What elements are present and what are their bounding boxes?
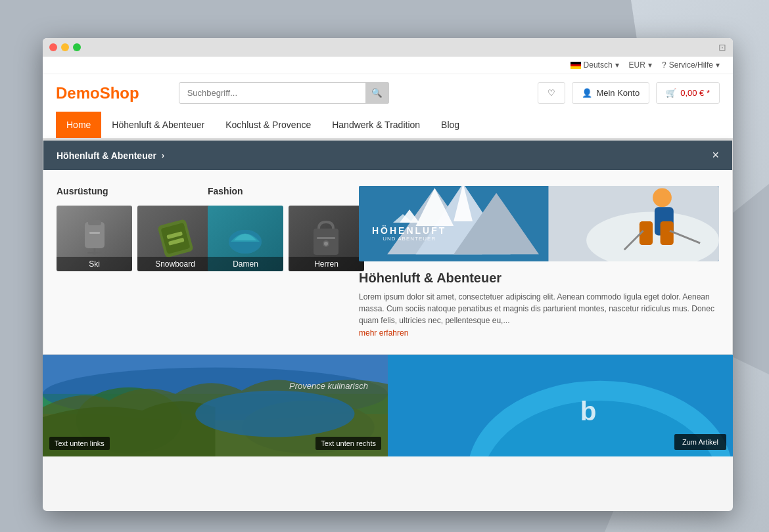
language-chevron-icon: ▾ [615, 60, 619, 70]
svg-rect-12 [317, 237, 335, 239]
zum-artikel-button[interactable]: Zum Artikel [674, 434, 726, 450]
search-icon: 🔍 [371, 88, 383, 98]
nav-item-blog[interactable]: Blog [431, 112, 470, 138]
page-content: Provence kulinarisch Text unten links Te… [43, 355, 733, 456]
promo-mountain-icon [393, 206, 426, 223]
mega-menu: Höhenluft & Abenteuer › × Ausrüstung [43, 140, 733, 355]
browser-window: ⊡ Deutsch ▾ EUR ▾ ? Service/Hilfe ▾ [43, 38, 733, 511]
search-button[interactable]: 🔍 [365, 82, 389, 104]
overlay-text-right: Text unten rechts [315, 437, 381, 450]
main-nav: Home Höhenluft & Abenteuer Kochlust & Pr… [43, 112, 733, 139]
logo-black: Demo [56, 84, 100, 102]
minimize-button[interactable] [61, 43, 69, 51]
category-fashion-title: Fashion [208, 186, 339, 196]
cart-price: 0,00 € * [680, 88, 710, 98]
svg-rect-27 [661, 221, 674, 245]
titlebar: ⊡ [43, 38, 733, 56]
mega-menu-chevron-icon: › [162, 151, 164, 160]
mega-menu-content: Ausrüstung [43, 170, 732, 354]
mega-menu-close-button[interactable]: × [712, 148, 719, 162]
flag-de-icon [571, 62, 581, 69]
svg-rect-1 [88, 220, 101, 225]
mega-menu-title: Höhenluft & Abenteuer › [57, 150, 164, 161]
svg-rect-0 [85, 222, 105, 248]
svg-point-14 [324, 242, 328, 246]
logo[interactable]: DemoShop [56, 84, 139, 102]
service-chevron-icon: ▾ [716, 60, 720, 70]
account-label: Mein Konto [596, 88, 640, 98]
search-bar: 🔍 [179, 82, 389, 104]
promo-heading: Höhenluft & Abenteuer [359, 271, 719, 286]
nav-item-kochlust[interactable]: Kochlust & Provence [215, 112, 321, 138]
currency-selector[interactable]: EUR ▾ [629, 60, 652, 70]
svg-text:b: b [580, 396, 597, 426]
bag-herren-icon [308, 219, 344, 258]
nav-item-handwerk[interactable]: Handwerk & Tradition [321, 112, 431, 138]
card-snowboard[interactable]: Snowboard [137, 206, 213, 271]
promo-link[interactable]: mehr erfahren [359, 328, 408, 338]
logo-orange: Shop [100, 84, 139, 102]
category-ausruestung-title: Ausrüstung [57, 186, 188, 196]
window-control-right: ⊡ [718, 42, 726, 53]
language-label: Deutsch [584, 60, 613, 70]
user-icon: 👤 [582, 88, 592, 98]
mega-menu-header: Höhenluft & Abenteuer › × [43, 141, 732, 170]
traffic-lights [49, 43, 81, 51]
card-damen-label: Damen [208, 257, 283, 271]
nav-item-hoehenluft[interactable]: Höhenluft & Abenteuer [101, 112, 215, 138]
currency-label: EUR [629, 60, 645, 70]
card-ski-label: Ski [57, 257, 132, 271]
close-button[interactable] [49, 43, 57, 51]
currency-chevron-icon: ▾ [648, 60, 652, 70]
question-icon: ? [662, 60, 666, 70]
category-fashion-grid: Damen [208, 206, 339, 271]
category-fashion: Fashion Damen [208, 186, 339, 338]
landscape-image: Provence kulinarisch Text unten links Te… [43, 355, 388, 456]
service-link[interactable]: ? Service/Hilfe ▾ [662, 60, 720, 70]
promo-logo-title: HÖHENLUFT [372, 225, 446, 236]
card-ski[interactable]: Ski [57, 206, 132, 271]
svg-rect-2 [89, 232, 100, 234]
card-herren[interactable]: Herren [289, 206, 364, 271]
header-actions: ♡ 👤 Mein Konto 🛒 0,00 € * [538, 82, 720, 104]
blue-hat-image: b Zum Artikel [388, 355, 733, 456]
account-button[interactable]: 👤 Mein Konto [572, 82, 649, 104]
svg-point-24 [653, 188, 672, 207]
hat-damen-icon [227, 222, 264, 255]
cart-icon: 🛒 [666, 88, 676, 98]
promo-logo: HÖHENLUFT UND ABENTEUER [372, 206, 446, 242]
landscape-text-bottom: Text unten links Text unten rechts [43, 449, 388, 456]
search-input[interactable] [179, 82, 389, 104]
shop-header: Deutsch ▾ EUR ▾ ? Service/Hilfe ▾ DemoSh… [43, 56, 733, 140]
content-left: Provence kulinarisch Text unten links Te… [43, 355, 388, 456]
language-selector[interactable]: Deutsch ▾ [571, 60, 619, 70]
top-bar: Deutsch ▾ EUR ▾ ? Service/Hilfe ▾ [43, 56, 733, 74]
fullscreen-button[interactable] [73, 43, 81, 51]
promo-logo-sub: UND ABENTEUER [372, 236, 446, 242]
menu-promo: HÖHENLUFT UND ABENTEUER Höhenluft & Aben… [359, 186, 719, 338]
svg-point-38 [195, 391, 354, 437]
promo-text: Lorem ipsum dolor sit amet, consectetuer… [359, 291, 719, 326]
heart-icon: ♡ [548, 88, 555, 98]
overlay-text-left: Text unten links [49, 437, 110, 450]
service-label: Service/Hilfe [669, 60, 713, 70]
mega-menu-title-text: Höhenluft & Abenteuer [57, 150, 156, 161]
ski-bag-icon [78, 219, 111, 258]
provence-text: Provence kulinarisch [289, 381, 368, 391]
content-right: b Zum Artikel [388, 355, 733, 456]
wishlist-button[interactable]: ♡ [538, 82, 565, 104]
card-snowboard-label: Snowboard [137, 257, 213, 271]
category-ausruestung: Ausrüstung [57, 186, 188, 338]
snowboard-icon [156, 219, 195, 258]
card-damen[interactable]: Damen [208, 206, 283, 271]
main-header: DemoShop 🔍 ♡ 👤 Mein Konto [43, 74, 733, 112]
category-ausruestung-grid: Ski Snowboard [57, 206, 188, 271]
nav-item-home[interactable]: Home [56, 112, 101, 138]
promo-image: HÖHENLUFT UND ABENTEUER [359, 186, 719, 261]
cart-button[interactable]: 🛒 0,00 € * [656, 82, 720, 104]
card-herren-label: Herren [289, 257, 364, 271]
